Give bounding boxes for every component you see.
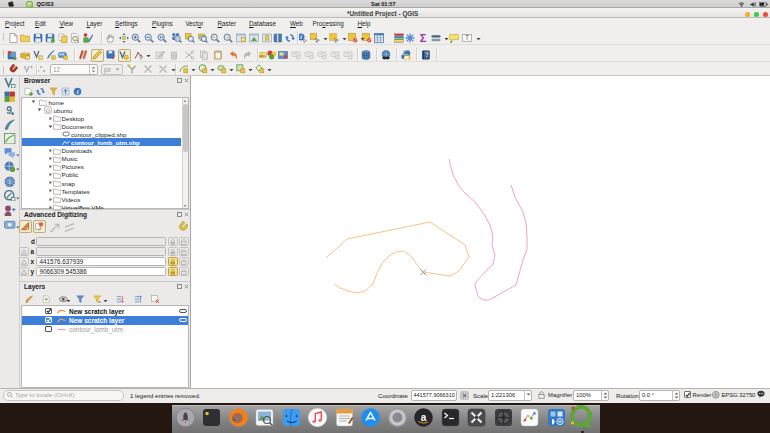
svg-text:a: a [421,412,427,423]
